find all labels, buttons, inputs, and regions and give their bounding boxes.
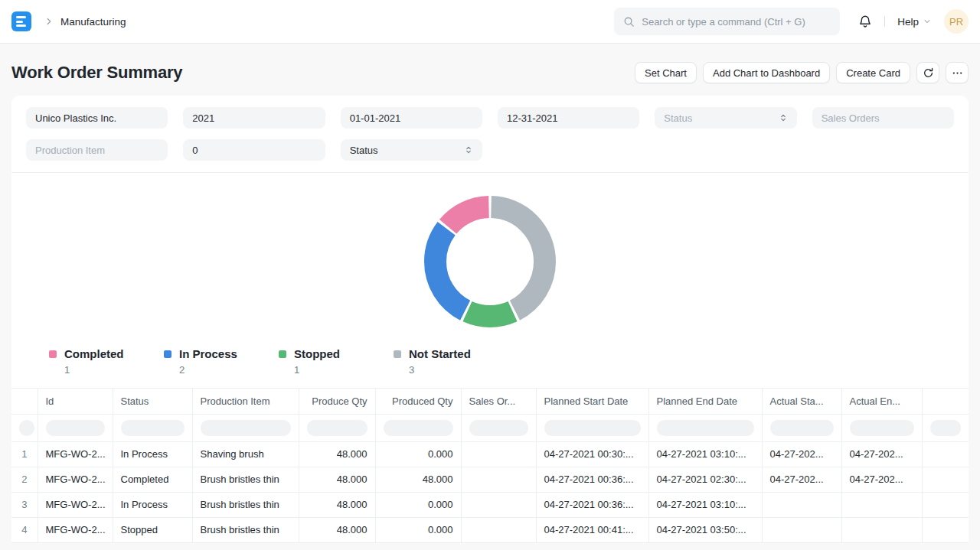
column-header-id[interactable]: Id: [38, 389, 113, 414]
sales-orders-filter-text: Sales Orders: [822, 112, 880, 124]
legend-item-stopped: Stopped1: [279, 347, 394, 376]
age-filter[interactable]: 0: [183, 139, 325, 161]
year-filter[interactable]: 2021: [183, 107, 325, 129]
set-chart-button[interactable]: Set Chart: [635, 62, 697, 83]
cell-produce-qty: 48.000: [299, 441, 375, 467]
column-filter-input-1[interactable]: [46, 420, 105, 436]
column-filter-input-11[interactable]: [930, 420, 962, 436]
cell-blank: [922, 492, 969, 517]
cell-produce-qty: 48.000: [299, 517, 375, 542]
cell-actual-en: [841, 517, 922, 542]
page-actions: Set Chart Add Chart to Dashboard Create …: [635, 62, 969, 83]
legend-value-in-process: 2: [179, 364, 279, 376]
cell-production-item: Brush bristles thin: [192, 517, 299, 542]
column-header-produce-qty[interactable]: Produce Qty: [299, 389, 375, 414]
column-header-blank-0: [11, 389, 38, 414]
status-filter[interactable]: Status: [655, 107, 796, 129]
column-header-planned-start-date[interactable]: Planned Start Date: [536, 389, 648, 414]
column-filter-input-5[interactable]: [384, 420, 453, 436]
chart-legend: Completed1In Process2Stopped1Not Started…: [11, 347, 969, 376]
column-filter-input-4[interactable]: [307, 420, 368, 436]
column-header-produced-qty[interactable]: Produced Qty: [375, 389, 461, 414]
breadcrumb[interactable]: Manufacturing: [60, 16, 126, 28]
create-card-button[interactable]: Create Card: [836, 62, 910, 83]
help-menu[interactable]: Help: [897, 16, 932, 28]
table-row[interactable]: 3MFG-WO-2...In ProcessBrush bristles thi…: [11, 492, 969, 517]
refresh-icon: [923, 67, 934, 79]
chart-based-on-filter[interactable]: Status: [341, 139, 482, 161]
notification-bell-icon[interactable]: [858, 15, 872, 28]
search-placeholder: Search or type a command (Ctrl + G): [642, 16, 805, 28]
legend-value-completed: 1: [64, 364, 164, 376]
cell-blank: [922, 467, 969, 492]
age-filter-text: 0: [192, 145, 198, 156]
datatable: IdStatusProduction ItemProduce QtyProduc…: [11, 388, 969, 543]
column-header-actual-en[interactable]: Actual En...: [841, 389, 922, 414]
cell-blank: [922, 441, 969, 467]
table-row[interactable]: 4MFG-WO-2...StoppedBrush bristles thin48…: [11, 517, 969, 542]
legend-swatch-not-started: [394, 350, 401, 358]
cell-actual-sta: 04-27-202...: [762, 467, 841, 492]
legend-swatch-completed: [49, 350, 57, 358]
production-item-filter-text: Production Item: [35, 145, 105, 156]
column-header-actual-sta[interactable]: Actual Sta...: [762, 389, 841, 414]
column-filter-input-10[interactable]: [850, 420, 914, 436]
column-header-status[interactable]: Status: [113, 389, 192, 414]
column-filter-input-8[interactable]: [657, 420, 754, 436]
filter-bar: Unico Plastics Inc.202101-01-202112-31-2…: [11, 96, 969, 173]
cell-production-item: Shaving brush: [192, 441, 299, 467]
table-header-row: IdStatusProduction ItemProduce QtyProduc…: [11, 389, 969, 414]
to-date-filter[interactable]: 12-31-2021: [498, 107, 639, 129]
row-number: 4: [11, 517, 38, 542]
row-number: 1: [11, 441, 38, 467]
table-row[interactable]: 1MFG-WO-2...In ProcessShaving brush48.00…: [11, 441, 969, 467]
production-item-filter[interactable]: Production Item: [26, 139, 168, 161]
sales-orders-filter[interactable]: Sales Orders: [812, 107, 954, 129]
column-filter-input-6[interactable]: [469, 420, 528, 436]
page-title: Work Order Summary: [11, 63, 182, 83]
column-filter-input-7[interactable]: [544, 420, 641, 436]
add-chart-to-dashboard-button[interactable]: Add Chart to Dashboard: [703, 62, 830, 83]
report-card: Unico Plastics Inc.202101-01-202112-31-2…: [11, 96, 969, 543]
cell-actual-sta: 04-27-202...: [762, 441, 841, 467]
company-filter[interactable]: Unico Plastics Inc.: [26, 107, 168, 129]
search-input[interactable]: Search or type a command (Ctrl + G): [614, 8, 840, 35]
legend-swatch-in-process: [164, 350, 172, 358]
column-header-planned-end-date[interactable]: Planned End Date: [648, 389, 762, 414]
year-filter-text: 2021: [192, 112, 214, 124]
legend-item-completed: Completed1: [49, 347, 164, 376]
column-filter-input-2[interactable]: [121, 420, 185, 436]
ellipsis-icon: [952, 67, 963, 79]
column-filter-input-3[interactable]: [201, 420, 291, 436]
cell-sales-or: [461, 492, 536, 517]
chart-area: [11, 173, 969, 327]
table-row[interactable]: 2MFG-WO-2...CompletedBrush bristles thin…: [11, 467, 969, 492]
cell-blank: [922, 517, 969, 542]
cell-produced-qty: 0.000: [375, 441, 461, 467]
cell-sales-or: [461, 467, 536, 492]
cell-actual-sta: [762, 517, 841, 542]
page-header: Work Order Summary Set Chart Add Chart t…: [0, 44, 980, 94]
help-label: Help: [897, 16, 919, 28]
menu-button[interactable]: [946, 62, 969, 83]
column-filter-input-0[interactable]: [19, 420, 34, 436]
from-date-filter[interactable]: 01-01-2021: [341, 107, 482, 129]
refresh-button[interactable]: [916, 62, 939, 83]
cell-planned-end-date: 04-27-2021 03:50:...: [648, 517, 762, 542]
breadcrumb-chevron-icon: [44, 16, 54, 27]
company-filter-text: Unico Plastics Inc.: [35, 112, 116, 124]
cell-actual-sta: [762, 492, 841, 517]
column-header-sales-or[interactable]: Sales Or...: [461, 389, 536, 414]
cell-status: Completed: [113, 467, 192, 492]
legend-label-stopped: Stopped: [294, 347, 340, 360]
app-logo[interactable]: [11, 11, 31, 31]
legend-swatch-stopped: [279, 350, 286, 358]
avatar[interactable]: PR: [944, 9, 969, 34]
cell-status: In Process: [113, 441, 192, 467]
column-filter-input-9[interactable]: [770, 420, 834, 436]
legend-label-completed: Completed: [64, 347, 124, 360]
chevron-down-icon: [923, 17, 932, 26]
column-header-blank-11: [922, 389, 969, 414]
column-header-production-item[interactable]: Production Item: [192, 389, 299, 414]
table-filter-row: [11, 414, 969, 441]
